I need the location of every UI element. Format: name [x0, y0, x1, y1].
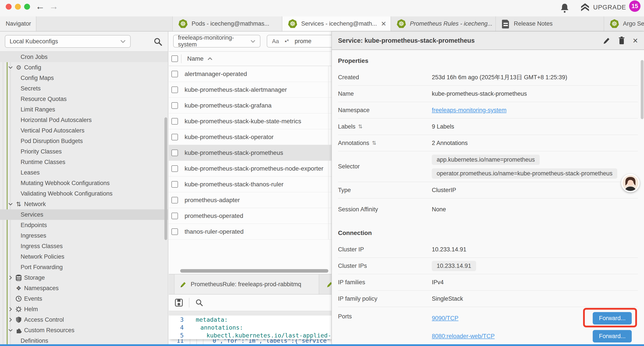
- sidebar-item-network-policies[interactable]: Network Policies: [0, 251, 168, 262]
- delete-trash-icon[interactable]: [618, 36, 625, 45]
- kubeconfig-dropdown[interactable]: Local Kubeconfigs: [5, 35, 131, 48]
- zoom-window-icon[interactable]: [24, 4, 30, 10]
- expand-sort-icon[interactable]: ⇅: [358, 123, 362, 130]
- selector-chip[interactable]: operator.prometheus.io/name=kube-prometh…: [432, 168, 617, 179]
- user-avatar[interactable]: [621, 174, 640, 192]
- tab-argo[interactable]: ☸ Argo Se: [604, 16, 644, 31]
- sidebar-item-network[interactable]: ⇅ Network: [0, 199, 168, 209]
- table-row[interactable]: prometheus-operated: [169, 208, 338, 224]
- table-row[interactable]: kube-prometheus-stack-operator: [169, 129, 338, 145]
- port-link[interactable]: 8080:reloader-web/TCP: [432, 333, 495, 340]
- list-search-input[interactable]: Aa ▪* prome: [267, 35, 336, 47]
- horizontal-scrollbar[interactable]: [169, 268, 338, 274]
- sidebar-scrollbar[interactable]: [164, 117, 167, 240]
- detail-scrollbar[interactable]: [641, 60, 644, 119]
- row-checkbox[interactable]: [172, 165, 178, 172]
- sidebar-item-limit-ranges[interactable]: Limit Ranges: [0, 104, 168, 115]
- editor-search-icon[interactable]: [195, 299, 204, 307]
- sidebar-item-ingress-classes[interactable]: Ingress Classes: [0, 241, 168, 251]
- namespace-link[interactable]: freeleaps-monitoring-system: [432, 107, 506, 114]
- tab-release-notes[interactable]: Release Notes: [496, 16, 604, 31]
- table-row[interactable]: kube-prometheus-stack-kube-state-metrics: [169, 113, 338, 129]
- close-window-icon[interactable]: [6, 4, 12, 10]
- table-row[interactable]: alertmanager-operated: [169, 66, 338, 82]
- indent-guide: [196, 339, 197, 344]
- sidebar-item-config[interactable]: ⚙ Config: [0, 62, 168, 73]
- row-checkbox[interactable]: [172, 102, 178, 109]
- sidebar-item-custom-resources[interactable]: Custom Resources: [0, 325, 168, 336]
- editor-tab-prometheusrule[interactable]: PrometheusRule: freeleaps-prod-rabbitmq: [174, 274, 319, 294]
- row-checkbox[interactable]: [172, 118, 178, 125]
- match-case-icon[interactable]: Aa: [272, 38, 279, 45]
- sidebar-item-access-control[interactable]: Access Control: [0, 315, 168, 325]
- row-checkbox[interactable]: [172, 228, 178, 235]
- table-row-selected[interactable]: kube-prometheus-stack-prometheus: [169, 145, 338, 161]
- tab-pods[interactable]: ☸ Pods - icecheng@mathmas...: [172, 16, 282, 31]
- close-tab-icon[interactable]: ✕: [381, 20, 386, 27]
- table-row[interactable]: prometheus-adapter: [169, 192, 338, 208]
- sidebar-item-endpoints[interactable]: Endpoints: [0, 220, 168, 230]
- table-row[interactable]: kube-prometheus-stack-alertmanager: [169, 82, 338, 98]
- sidebar-search-icon[interactable]: [154, 37, 163, 46]
- row-value[interactable]: 2 Annotations: [432, 140, 468, 146]
- sort-ascending-icon[interactable]: [208, 57, 212, 60]
- sidebar-item-namespaces[interactable]: ❖ Namespaces: [0, 283, 168, 294]
- sidebar-item-ingresses[interactable]: Ingresses: [0, 230, 168, 241]
- expand-sort-icon[interactable]: ⇅: [372, 140, 376, 146]
- sidebar-item-priority-classes[interactable]: Priority Classes: [0, 146, 168, 157]
- cluster-ip-chip[interactable]: 10.233.14.91: [432, 261, 476, 271]
- navigator-panel-tab[interactable]: Navigator: [0, 16, 36, 31]
- table-row[interactable]: kube-prometheus-stack-thanos-ruler: [169, 177, 338, 192]
- selector-chip[interactable]: app.kubernetes.io/name=prometheus: [432, 155, 540, 165]
- row-checkbox[interactable]: [172, 134, 178, 140]
- notification-count-badge[interactable]: 15: [629, 0, 640, 12]
- table-row[interactable]: thanos-ruler-operated: [169, 224, 338, 240]
- row-checkbox[interactable]: [172, 213, 178, 219]
- upgrade-button[interactable]: UPGRADE: [580, 3, 626, 11]
- sidebar-item-events[interactable]: Events: [0, 294, 168, 304]
- sidebar-item-validating-webhook-configurations[interactable]: Validating Webhook Configurations: [0, 188, 168, 199]
- row-value[interactable]: 9 Labels: [432, 123, 454, 130]
- row-checkbox[interactable]: [172, 71, 178, 77]
- forward-port-button[interactable]: Forward...: [593, 312, 632, 325]
- tab-prometheus-rules[interactable]: ☸ Prometheus Rules - icecheng...: [391, 16, 496, 31]
- sidebar-item-resource-quotas[interactable]: Resource Quotas: [0, 94, 168, 104]
- yaml-editor[interactable]: 3metadata: 4annotations: 5kubectl.kubern…: [169, 316, 338, 344]
- row-checkbox[interactable]: [172, 86, 178, 93]
- row-checkbox[interactable]: [172, 181, 178, 188]
- save-icon[interactable]: [174, 298, 183, 307]
- back-arrow-icon[interactable]: ←: [36, 2, 45, 11]
- sidebar-item-services[interactable]: Services: [0, 209, 168, 220]
- port-link[interactable]: 9090/TCP: [432, 315, 458, 322]
- sidebar-item-config-maps[interactable]: Config Maps: [0, 73, 168, 83]
- sidebar-item-port-forwarding[interactable]: Port Forwarding: [0, 262, 168, 272]
- table-row[interactable]: kube-prometheus-stack-prometheus-node-ex…: [169, 161, 338, 177]
- sidebar-item-leases[interactable]: Leases: [0, 167, 168, 178]
- forward-port-button[interactable]: Forward...: [593, 330, 632, 343]
- sidebar-item-helm[interactable]: Helm: [0, 304, 168, 315]
- notifications-bell-icon[interactable]: [560, 3, 569, 13]
- sidebar-item-definitions[interactable]: Definitions: [0, 336, 168, 344]
- regex-icon[interactable]: ▪*: [285, 38, 289, 45]
- sidebar-item-cron-jobs[interactable]: Cron Jobs: [0, 52, 168, 62]
- row-checkbox[interactable]: [172, 197, 178, 203]
- edit-pencil-icon[interactable]: [602, 36, 610, 44]
- forward-arrow-icon[interactable]: →: [49, 2, 58, 11]
- row-checkbox[interactable]: [172, 150, 178, 156]
- tab-services-active[interactable]: ☸ Services - icecheng@math... ✕: [282, 16, 391, 31]
- sidebar-item-pod-disruption-budgets[interactable]: Pod Disruption Budgets: [0, 136, 168, 146]
- sidebar-item-secrets[interactable]: Secrets: [0, 83, 168, 94]
- close-panel-icon[interactable]: ×: [633, 36, 638, 45]
- window-controls[interactable]: [6, 4, 30, 10]
- sidebar-item-storage[interactable]: Storage: [0, 272, 168, 283]
- horizontal-scrollbar-thumb[interactable]: [180, 269, 328, 273]
- sidebar-item-runtime-classes[interactable]: Runtime Classes: [0, 157, 168, 167]
- table-row[interactable]: kube-prometheus-stack-grafana: [169, 98, 338, 113]
- sidebar-item-vertical-pod-autoscalers[interactable]: Vertical Pod Autoscalers: [0, 125, 168, 136]
- name-column-header[interactable]: Name: [187, 55, 204, 62]
- sidebar-item-horizontal-pod-autoscalers[interactable]: Horizontal Pod Autoscalers: [0, 115, 168, 125]
- minimize-window-icon[interactable]: [15, 4, 21, 10]
- namespace-dropdown[interactable]: freeleaps-monitoring-system: [173, 35, 260, 47]
- sidebar-item-mutating-webhook-configurations[interactable]: Mutating Webhook Configurations: [0, 178, 168, 188]
- select-all-checkbox[interactable]: [172, 55, 178, 62]
